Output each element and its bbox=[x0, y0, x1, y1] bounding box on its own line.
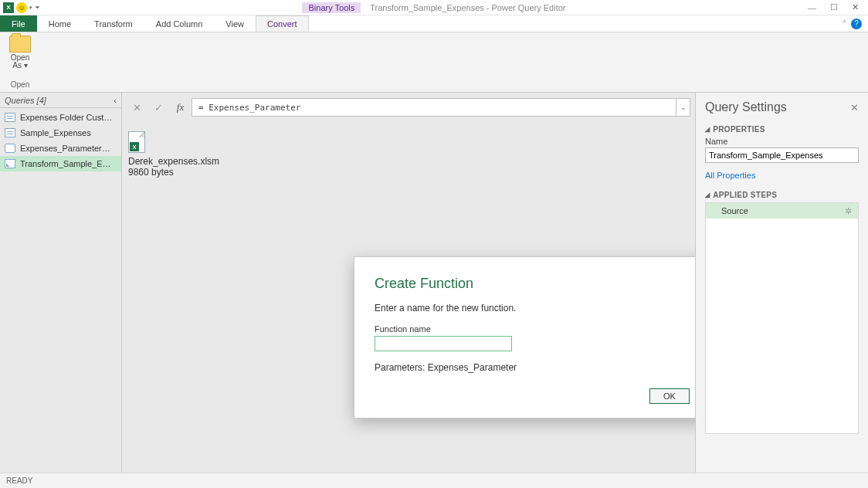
ribbon-group-open: Open As ▾ Open bbox=[6, 36, 34, 89]
qat-split-icon: ⏷ bbox=[35, 5, 40, 10]
function-name-input[interactable] bbox=[375, 336, 512, 351]
file-preview: X Derek_expenses.xlsm 9860 bytes bbox=[122, 122, 695, 187]
titlebar: X ☺ ▾ ⏷ Binary Tools Transform_Sample_Ex… bbox=[0, 0, 868, 15]
close-button[interactable]: ✕ bbox=[852, 2, 859, 12]
query-label: Expenses_Parameter… bbox=[20, 144, 110, 153]
name-field-label: Name bbox=[705, 137, 859, 146]
properties-section-label: ◢ PROPERTIES bbox=[705, 125, 859, 134]
settings-title: Query Settings bbox=[705, 100, 859, 114]
center-panel: ✕ ✓ fx = Expenses_Parameter ⌄ X Derek_ex… bbox=[122, 93, 695, 473]
query-item[interactable]: Transform_Sample_E… bbox=[0, 156, 121, 171]
tab-view[interactable]: View bbox=[214, 15, 256, 32]
query-settings-panel: ✕ Query Settings ◢ PROPERTIES Name All P… bbox=[695, 93, 868, 473]
ribbon-body: Open As ▾ Open bbox=[0, 32, 868, 93]
maximize-button[interactable]: ☐ bbox=[830, 2, 838, 12]
tab-transform[interactable]: Transform bbox=[83, 15, 144, 32]
minimize-button[interactable]: — bbox=[808, 3, 816, 12]
applied-step-item[interactable]: Source ✲ bbox=[706, 203, 858, 219]
ribbon-tabs: File Home Transform Add Column View Conv… bbox=[0, 15, 868, 32]
expand-icon[interactable]: ◢ bbox=[705, 126, 710, 133]
ribbon-collapse-icon[interactable]: ˄ bbox=[843, 19, 846, 28]
expand-icon[interactable]: ◢ bbox=[705, 191, 710, 198]
gear-icon[interactable]: ✲ bbox=[845, 206, 852, 216]
excel-file-icon: X bbox=[128, 131, 145, 153]
queries-panel: Queries [4] ‹ Expenses Folder Cust… Samp… bbox=[0, 93, 122, 473]
ribbon-group-label: Open bbox=[11, 80, 29, 89]
tab-file[interactable]: File bbox=[0, 15, 37, 32]
tab-add-column[interactable]: Add Column bbox=[144, 15, 215, 32]
help-icon[interactable]: ? bbox=[851, 19, 862, 29]
tab-home[interactable]: Home bbox=[37, 15, 83, 32]
applied-steps-list: Source ✲ bbox=[705, 202, 859, 434]
query-label: Expenses Folder Cust… bbox=[20, 113, 112, 122]
ok-button[interactable]: OK bbox=[649, 388, 690, 404]
transform-icon bbox=[5, 159, 15, 168]
formula-input[interactable]: = Expenses_Parameter bbox=[192, 98, 676, 117]
file-name: Derek_expenses.xlsm bbox=[128, 156, 689, 167]
step-label: Source bbox=[721, 206, 748, 215]
statusbar: READY bbox=[0, 473, 868, 488]
query-item[interactable]: Expenses Folder Cust… bbox=[0, 110, 121, 125]
query-item[interactable]: Expenses_Parameter… bbox=[0, 141, 121, 156]
open-as-button[interactable]: Open As ▾ bbox=[9, 36, 31, 69]
folder-icon bbox=[9, 36, 31, 53]
query-label: Transform_Sample_E… bbox=[20, 159, 111, 168]
formula-dropdown-icon[interactable]: ⌄ bbox=[676, 98, 690, 117]
feedback-icon[interactable]: ☺ bbox=[16, 2, 27, 13]
formula-bar: ✕ ✓ fx = Expenses_Parameter ⌄ bbox=[127, 97, 690, 117]
app-icon: X bbox=[3, 2, 14, 13]
table-icon bbox=[5, 113, 15, 122]
query-name-input[interactable] bbox=[705, 147, 859, 163]
close-settings-icon[interactable]: ✕ bbox=[850, 102, 859, 114]
queries-header: Queries [4] ‹ bbox=[0, 93, 121, 108]
parameter-icon bbox=[5, 144, 15, 153]
file-size: 9860 bytes bbox=[128, 167, 689, 178]
tab-convert[interactable]: Convert bbox=[256, 15, 309, 32]
fx-icon[interactable]: fx bbox=[170, 98, 192, 117]
accept-formula-icon[interactable]: ✓ bbox=[148, 98, 170, 117]
qat-dropdown-icon[interactable]: ▾ bbox=[29, 5, 32, 11]
contextual-tabset-label: Binary Tools bbox=[302, 2, 361, 13]
query-label: Sample_Expenses bbox=[20, 128, 91, 137]
table-icon bbox=[5, 128, 15, 137]
function-name-label: Function name bbox=[375, 324, 737, 334]
window-title: Transform_Sample_Expenses - Power Query … bbox=[370, 3, 565, 12]
queries-header-label: Queries [4] bbox=[5, 96, 46, 105]
dialog-parameters: Parameters: Expenses_Parameter bbox=[375, 362, 737, 373]
status-ready: READY bbox=[6, 476, 32, 485]
query-item[interactable]: Sample_Expenses bbox=[0, 125, 121, 141]
all-properties-link[interactable]: All Properties bbox=[705, 171, 859, 180]
main-area: Queries [4] ‹ Expenses Folder Cust… Samp… bbox=[0, 93, 868, 473]
collapse-queries-icon[interactable]: ‹ bbox=[114, 96, 117, 105]
cancel-formula-icon[interactable]: ✕ bbox=[127, 98, 148, 117]
applied-steps-section-label: ◢ APPLIED STEPS bbox=[705, 191, 859, 199]
dialog-description: Enter a name for the new function. bbox=[375, 303, 737, 313]
dialog-title: Create Function bbox=[375, 276, 737, 292]
